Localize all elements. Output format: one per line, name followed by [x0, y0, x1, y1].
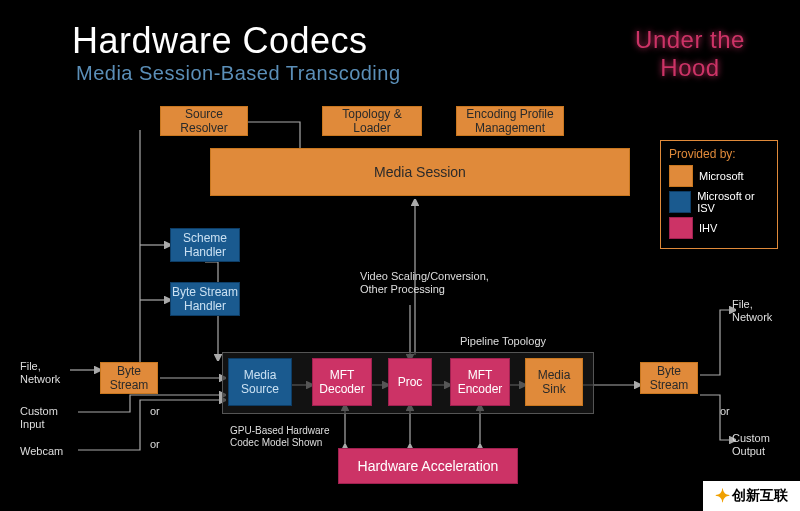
- box-byte-stream-handler: Byte Stream Handler: [170, 282, 240, 316]
- box-hardware-acceleration: Hardware Acceleration: [338, 448, 518, 484]
- watermark: ✦ 创新互联: [703, 481, 800, 511]
- box-proc: Proc: [388, 358, 432, 406]
- legend-label-microsoft-isv: Microsoft or ISV: [697, 190, 769, 214]
- watermark-icon: ✦: [715, 485, 730, 507]
- box-source-resolver: Source Resolver: [160, 106, 248, 136]
- watermark-text: 创新互联: [732, 487, 788, 505]
- box-media-source: Media Source: [228, 358, 292, 406]
- legend-row-ihv: IHV: [669, 217, 769, 239]
- legend-label-ihv: IHV: [699, 222, 717, 234]
- label-custom-output: Custom Output: [732, 432, 787, 458]
- box-topology-loader: Topology & Loader: [322, 106, 422, 136]
- box-byte-stream-in: Byte Stream: [100, 362, 158, 394]
- label-pipeline-topology: Pipeline Topology: [460, 335, 546, 348]
- connectors: [0, 0, 800, 511]
- box-media-sink: Media Sink: [525, 358, 583, 406]
- box-media-session: Media Session: [210, 148, 630, 196]
- label-gpu-note: GPU-Based Hardware Codec Model Shown: [230, 425, 330, 449]
- label-or2: or: [150, 438, 160, 451]
- legend-label-microsoft: Microsoft: [699, 170, 744, 182]
- label-custom-input: Custom Input: [20, 405, 75, 431]
- label-or1: or: [150, 405, 160, 418]
- box-scheme-handler: Scheme Handler: [170, 228, 240, 262]
- swatch-orange: [669, 165, 693, 187]
- swatch-blue: [669, 191, 691, 213]
- label-webcam: Webcam: [20, 445, 63, 458]
- box-encoding-profile: Encoding Profile Management: [456, 106, 564, 136]
- legend-title: Provided by:: [669, 147, 769, 161]
- legend: Provided by: Microsoft Microsoft or ISV …: [660, 140, 778, 249]
- label-file-network-right: File, Network: [732, 298, 787, 324]
- box-byte-stream-out: Byte Stream: [640, 362, 698, 394]
- legend-row-microsoft: Microsoft: [669, 165, 769, 187]
- box-mft-decoder: MFT Decoder: [312, 358, 372, 406]
- swatch-pink: [669, 217, 693, 239]
- label-or-right: or: [720, 405, 730, 418]
- label-video-proc: Video Scaling/Conversion, Other Processi…: [360, 270, 490, 296]
- label-file-network-left: File, Network: [20, 360, 75, 386]
- box-mft-encoder: MFT Encoder: [450, 358, 510, 406]
- legend-row-microsoft-isv: Microsoft or ISV: [669, 190, 769, 214]
